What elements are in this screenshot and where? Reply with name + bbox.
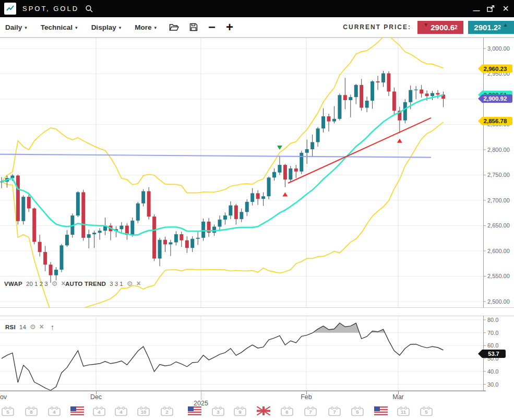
gear-icon[interactable]: ⚙ (52, 280, 58, 287)
svg-text:2,900.92: 2,900.92 (484, 95, 507, 102)
calendar-event-icon[interactable]: 8 (25, 406, 38, 416)
menu-daily[interactable]: Daily ▾ (5, 23, 27, 31)
toolbar: Daily ▾ Technical ▾ Display ▾ More ▾ (0, 17, 514, 38)
time-axis-label: Nov (0, 393, 7, 401)
vwap-indicator-label: VWAP 20 1 2 3 ⚙ × (4, 280, 66, 287)
rsi-line (2, 323, 443, 390)
price-axis-label: 3,000.00 (487, 45, 510, 52)
calendar-event-icon[interactable]: 5 (420, 406, 433, 416)
minimize-button[interactable]: — (470, 3, 483, 15)
close-button[interactable]: × (499, 3, 512, 15)
calendar-event-icon[interactable]: 2 (161, 406, 173, 416)
vwap-line (2, 95, 443, 235)
price-axis-label: 2,550.00 (487, 273, 510, 279)
app-logo-icon (4, 3, 16, 15)
calendar-event-icon[interactable]: 10 (137, 406, 150, 416)
signal-up-triangle (282, 192, 288, 196)
event-marker-row: 58444102396775115 (0, 406, 514, 420)
price-axis-label: 2,700.00 (487, 197, 510, 203)
us-flag-icon[interactable] (188, 406, 201, 417)
time-axis-label: Mar (392, 393, 404, 401)
rsi-axis-label: 30.0 (487, 381, 498, 388)
time-axis-label: Dec (90, 393, 102, 401)
ask-price-badge: 2901.22 ▲ (468, 21, 514, 34)
gear-icon[interactable]: ⚙ (127, 280, 133, 287)
calendar-event-icon[interactable]: 9 (234, 406, 246, 416)
calendar-event-icon[interactable]: 5 (351, 406, 364, 416)
price-axis-label: 2,500.00 (487, 298, 510, 305)
price-axis-label: 2,650.00 (487, 222, 510, 229)
chevron-down-icon: ▾ (119, 24, 122, 30)
save-icon[interactable] (189, 23, 198, 31)
calendar-event-icon[interactable]: 7 (304, 406, 317, 416)
rsi-indicator-label: RSI 14 ⚙ × ↑ (5, 323, 54, 330)
anchored-vwap-line (0, 154, 431, 158)
calendar-event-icon[interactable]: 3 (212, 406, 224, 416)
current-price-label: CURRENT PRICE: (343, 23, 411, 31)
rsi-axis-label: 60.0 (487, 342, 498, 349)
rsi-axis-label: 80.0 (487, 317, 498, 323)
menu-display[interactable]: Display ▾ (91, 23, 122, 31)
rsi-canvas[interactable]: 80.070.060.050.040.030.053.7 (0, 316, 514, 391)
calendar-event-icon[interactable]: 4 (48, 406, 61, 416)
calendar-event-icon[interactable]: 4 (93, 406, 105, 416)
autotrend-indicator-label: AUTO TREND 3 3 1 ⚙ × (65, 280, 141, 287)
rsi-axis-label: 70.0 (487, 330, 498, 336)
signal-down-triangle (277, 146, 282, 150)
year-axis-dotted-tick (201, 392, 201, 400)
calendar-event-icon[interactable]: 5 (2, 406, 14, 416)
bid-price-badge: ▼ 2900.62 (417, 21, 463, 34)
bollinger-upper-band (2, 38, 443, 193)
price-axis-label: 2,750.00 (487, 172, 510, 178)
time-axis-label: Feb (301, 393, 312, 401)
arrow-up-icon: ▲ (503, 22, 508, 28)
calendar-event-icon[interactable]: 4 (115, 406, 127, 416)
calendar-event-icon[interactable]: 6 (281, 406, 293, 416)
move-panel-up-icon[interactable]: ↑ (51, 323, 55, 330)
popout-button[interactable] (485, 3, 497, 15)
price-axis-label: 2,800.00 (487, 147, 510, 153)
time-axis-label: 2025 (194, 400, 208, 407)
price-axis-label: 2,600.00 (487, 248, 510, 254)
remove-indicator-icon[interactable]: × (136, 280, 140, 287)
uk-flag-icon[interactable] (257, 406, 270, 417)
us-flag-icon[interactable] (374, 406, 388, 417)
zoom-in-button[interactable]: + (226, 22, 233, 32)
open-folder-icon[interactable] (169, 23, 179, 31)
zoom-out-button[interactable]: − (208, 22, 216, 32)
remove-indicator-icon[interactable]: × (40, 323, 44, 330)
chevron-down-icon: ▾ (154, 24, 157, 30)
time-axis: NovDec2025FebMar (0, 391, 514, 407)
calendar-event-icon[interactable]: 7 (328, 406, 341, 416)
calendar-event-icon[interactable]: 11 (397, 406, 410, 416)
gear-icon[interactable]: ⚙ (30, 323, 36, 330)
signal-up-triangle (397, 139, 402, 143)
chevron-down-icon: ▾ (75, 24, 78, 30)
titlebar: SPOT, GOLD — × (0, 0, 514, 17)
main-chart-canvas[interactable]: 3,000.002,950.002,900.002,850.002,800.00… (0, 38, 514, 308)
svg-text:2,856.78: 2,856.78 (484, 118, 507, 124)
menu-technical[interactable]: Technical ▾ (41, 23, 78, 31)
search-icon[interactable] (85, 5, 93, 13)
chevron-down-icon: ▾ (25, 24, 27, 30)
trading-app-window: SPOT, GOLD — × Daily ▾ Technical ▾ (0, 0, 514, 420)
svg-text:53.7: 53.7 (488, 351, 499, 357)
menu-more[interactable]: More ▾ (135, 23, 157, 31)
us-flag-icon[interactable] (70, 406, 84, 417)
auto-trend-line (288, 118, 431, 183)
rsi-axis-label: 40.0 (487, 368, 498, 375)
svg-text:2,960.23: 2,960.23 (484, 66, 507, 72)
symbol-title: SPOT, GOLD (22, 5, 79, 13)
arrow-down-icon: ▼ (423, 22, 428, 28)
